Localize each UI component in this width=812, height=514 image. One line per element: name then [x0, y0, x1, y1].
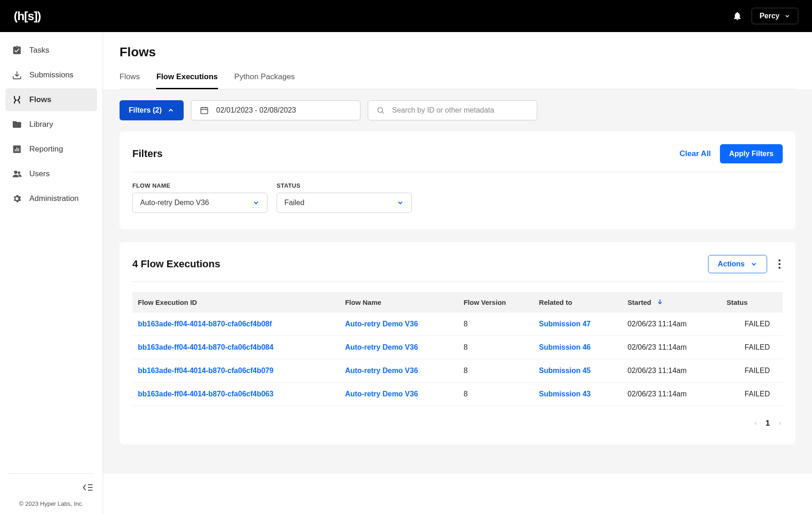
sidebar-item-reporting[interactable]: Reporting [5, 138, 97, 161]
svg-rect-3 [16, 147, 17, 151]
user-menu[interactable]: Percy [752, 8, 798, 24]
clear-all-button[interactable]: Clear All [680, 149, 711, 158]
sidebar-item-label: Administration [29, 194, 79, 203]
sidebar-item-administration[interactable]: Administration [5, 187, 97, 210]
apply-filters-button[interactable]: Apply Filters [720, 144, 783, 163]
flow-name-link[interactable]: Auto-retry Demo V36 [345, 367, 418, 374]
cell-status: FAILED [721, 313, 783, 336]
date-range-input[interactable]: 02/01/2023 - 02/08/2023 [191, 100, 360, 120]
svg-point-17 [779, 263, 780, 265]
table-row: bb163ade-ff04-4014-b870-cfa06cf4b084Auto… [132, 336, 783, 359]
cell-flow-version: 8 [458, 383, 534, 406]
svg-point-5 [14, 171, 17, 174]
chevron-down-icon [252, 199, 260, 206]
sort-desc-icon [657, 298, 663, 306]
svg-point-16 [779, 260, 780, 261]
more-menu-button[interactable] [776, 259, 783, 270]
library-icon [12, 119, 22, 130]
execution-id-link[interactable]: bb163ade-ff04-4014-b870-cfa06cf4b084 [138, 343, 273, 351]
chevron-down-icon [750, 260, 758, 268]
cell-flow-name: Auto-retry Demo V36 [339, 359, 458, 383]
more-vert-icon [778, 259, 781, 270]
execution-id-link[interactable]: bb163ade-ff04-4014-b870-cfa06cf4b063 [138, 390, 273, 398]
page-title: Flows [120, 45, 796, 60]
col-related-to[interactable]: Related to [534, 292, 622, 313]
tabs: Flows Flow Executions Python Packages [120, 72, 796, 89]
filters-toggle-button[interactable]: Filters (2) [120, 100, 184, 120]
col-execution-id[interactable]: Flow Execution ID [132, 292, 339, 313]
chevron-down-icon [397, 199, 404, 206]
table-row: bb163ade-ff04-4014-b870-cfa06cf4b08fAuto… [132, 313, 783, 336]
col-status[interactable]: Status [721, 292, 783, 313]
status-filter: STATUS Failed [277, 182, 412, 213]
svg-rect-2 [15, 149, 16, 151]
actions-dropdown-button[interactable]: Actions [708, 255, 767, 273]
flow-name-dropdown[interactable]: Auto-retry Demo V36 [132, 193, 267, 213]
tab-flows[interactable]: Flows [120, 72, 140, 89]
field-label: STATUS [277, 182, 412, 189]
related-link[interactable]: Submission 43 [539, 390, 591, 398]
tab-flow-executions[interactable]: Flow Executions [156, 72, 218, 89]
results-panel: 4 Flow Executions Actions [120, 242, 796, 444]
flow-name-link[interactable]: Auto-retry Demo V36 [345, 390, 418, 398]
table-row: bb163ade-ff04-4014-b870-cfa06cf4b079Auto… [132, 359, 783, 383]
dropdown-value: Auto-retry Demo V36 [140, 199, 209, 207]
collapse-icon [82, 483, 93, 492]
sidebar-item-tasks[interactable]: Tasks [5, 39, 97, 62]
cell-execution-id: bb163ade-ff04-4014-b870-cfa06cf4b063 [132, 383, 339, 406]
cell-related-to: Submission 46 [534, 336, 622, 359]
related-link[interactable]: Submission 47 [539, 320, 591, 328]
svg-point-18 [779, 267, 780, 269]
related-link[interactable]: Submission 46 [539, 343, 591, 351]
sidebar-item-label: Reporting [29, 145, 63, 154]
cell-flow-name: Auto-retry Demo V36 [339, 336, 458, 359]
search-input-wrapper [368, 100, 537, 120]
date-range-value: 02/01/2023 - 02/08/2023 [216, 106, 296, 114]
results-title: 4 Flow Executions [132, 258, 220, 270]
cell-flow-version: 8 [458, 336, 534, 359]
execution-id-link[interactable]: bb163ade-ff04-4014-b870-cfa06cf4b079 [138, 367, 273, 374]
sidebar-item-users[interactable]: Users [5, 162, 97, 185]
col-started[interactable]: Started [622, 292, 721, 313]
actions-label: Actions [718, 260, 745, 268]
tasks-icon [12, 45, 22, 55]
logo: (h[s]) [14, 9, 41, 23]
sidebar-item-flows[interactable]: Flows [5, 88, 97, 111]
notifications-icon[interactable] [732, 11, 742, 21]
col-flow-version[interactable]: Flow Version [458, 292, 534, 313]
field-label: FLOW NAME [132, 182, 267, 189]
search-input[interactable] [392, 101, 529, 120]
submissions-icon [12, 70, 22, 80]
pagination: 1 [132, 419, 783, 428]
next-page-button[interactable] [777, 419, 783, 427]
sidebar-item-library[interactable]: Library [5, 113, 97, 136]
prev-page-button[interactable] [753, 419, 758, 427]
flow-name-link[interactable]: Auto-retry Demo V36 [345, 343, 418, 351]
results-table: Flow Execution ID Flow Name Flow Version… [132, 292, 783, 406]
sidebar-item-label: Users [29, 169, 49, 179]
calendar-icon [200, 106, 209, 115]
related-link[interactable]: Submission 45 [539, 367, 591, 374]
col-flow-name[interactable]: Flow Name [339, 292, 458, 313]
toolbar: Filters (2) 02/01/2023 - 02/08/2023 [120, 89, 796, 131]
topbar: (h[s]) Percy [0, 0, 812, 32]
cell-related-to: Submission 43 [534, 383, 622, 406]
filters-label: Filters (2) [129, 106, 162, 114]
cell-execution-id: bb163ade-ff04-4014-b870-cfa06cf4b084 [132, 336, 339, 359]
cell-status: FAILED [721, 336, 783, 359]
sidebar-item-label: Submissions [29, 70, 73, 80]
tab-python-packages[interactable]: Python Packages [234, 72, 295, 89]
execution-id-link[interactable]: bb163ade-ff04-4014-b870-cfa06cf4b08f [138, 320, 272, 328]
sidebar: Tasks Submissions Flows Library [0, 32, 103, 514]
flow-name-link[interactable]: Auto-retry Demo V36 [345, 320, 418, 328]
sidebar-item-submissions[interactable]: Submissions [5, 64, 97, 87]
search-icon [376, 106, 385, 115]
svg-point-14 [378, 108, 382, 112]
gear-icon [12, 194, 22, 204]
chevron-up-icon [167, 107, 174, 114]
cell-status: FAILED [721, 359, 783, 383]
collapse-sidebar-button[interactable] [9, 483, 93, 492]
cell-execution-id: bb163ade-ff04-4014-b870-cfa06cf4b079 [132, 359, 339, 383]
cell-started: 02/06/23 11:14am [622, 313, 721, 336]
status-dropdown[interactable]: Failed [277, 193, 412, 213]
